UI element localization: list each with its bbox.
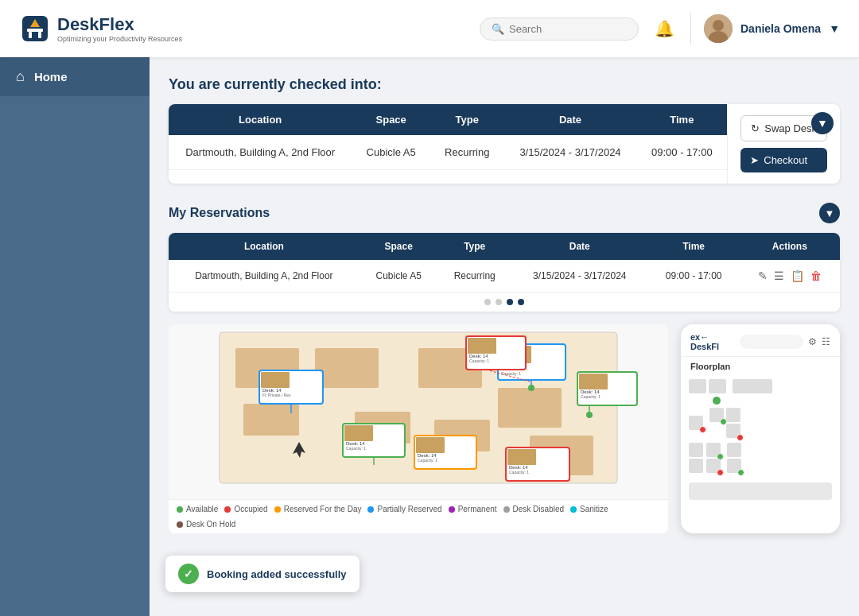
desk-cell [689,416,703,430]
legend-dot-onhold [177,521,183,528]
mobile-row-2 [689,408,832,438]
edit-icon[interactable]: ✎ [758,269,768,282]
legend-partially: Partially Reserved [367,505,441,513]
res-col-location: Location [169,233,360,260]
desk-cell [706,459,721,473]
notification-bell[interactable]: 🔔 [655,19,674,38]
checkout-icon: ➤ [750,154,759,166]
mobile-desk-group-2 [689,416,703,430]
app-subtitle: Optimizing your Productivity Resources [57,35,182,43]
checkin-section-title: You are currently checked into: [169,76,840,93]
checkout-button[interactable]: ➤ Checkout [740,148,827,172]
mobile-logo: ex← DeskFl [690,332,740,351]
desk-cell [709,379,726,393]
desk-occupied-dot [737,434,744,441]
svg-rect-49 [507,449,536,465]
res-col-time: Time [648,233,740,260]
svg-point-22 [528,385,534,391]
delete-icon[interactable]: 🗑 [810,269,822,282]
search-input[interactable] [509,23,627,35]
legend-label-reserved: Reserved For the Day [284,505,362,513]
sidebar-item-home[interactable]: ⌂ Home [0,57,150,96]
res-cell-location: Dartmouth, Building A, 2nd Floor [169,260,360,292]
mobile-desk-group-1 [689,379,726,393]
avatar [704,14,733,43]
res-col-type: Type [438,233,511,260]
cell-space: Cubicle A5 [352,135,430,170]
top-navigation: DeskFlex Optimizing your Productivity Re… [0,0,859,57]
bottom-area: Desk: 70 Capacity: 1 Desk: 14 Capacity: … [169,324,840,533]
deskflex-logo-icon [19,13,51,45]
svg-rect-3 [38,32,41,38]
legend-permanent: Permanent [449,505,497,513]
col-header-date: Date [504,104,637,135]
reservations-header: My Reservations ▼ [169,203,840,223]
mobile-desk-group-4 [689,443,703,473]
swap-label: Swap Desk [764,122,817,134]
checkin-table-area: Location Space Type Date Time Dartmouth,… [169,104,727,184]
svg-text:Capacity: 1: Capacity: 1 [509,470,529,475]
svg-text:Fl: Private / Res: Fl: Private / Res [262,393,291,397]
mobile-desk-group-6 [727,443,741,473]
chevron-down-icon[interactable]: ▼ [829,22,840,35]
logo: DeskFlex Optimizing your Productivity Re… [19,13,182,45]
legend-dot-reserved [274,506,281,513]
mobile-right-group-1 [733,379,772,393]
action-icons-group: ✎ ☰ 📋 🗑 [749,269,830,282]
mobile-settings-icon[interactable]: ⚙ [808,336,817,347]
col-header-time: Time [636,104,727,135]
desk-available-dot [737,469,744,476]
svg-text:Capacity: 1: Capacity: 1 [469,358,489,363]
col-header-location: Location [169,104,352,135]
legend-label-sanitize: Sanitize [580,505,608,513]
nav-divider [690,13,691,45]
svg-rect-40 [344,425,373,441]
res-col-date: Date [511,233,648,260]
desk-available-indicator [713,397,721,405]
main-content: You are currently checked into: Location… [150,57,859,616]
search-box[interactable]: 🔍 [480,17,639,41]
legend-label-available: Available [186,505,218,513]
checkin-card: Location Space Type Date Time Dartmouth,… [169,104,840,184]
checkin-table-row: Dartmouth, Building A, 2nd Floor Cubicle… [169,135,727,170]
res-cell-actions: ✎ ☰ 📋 🗑 [740,260,840,292]
col-header-type: Type [430,104,504,135]
checkin-layout: Location Space Type Date Time Dartmouth,… [169,104,840,184]
copy-icon[interactable]: 📋 [791,269,804,282]
svg-rect-2 [29,32,32,38]
svg-rect-10 [315,348,379,388]
sidebar-item-label: Home [34,70,68,83]
res-cell-type: Recurring [438,260,511,292]
res-col-actions: Actions [740,233,840,260]
legend-dot-sanitize [570,506,577,513]
desk-cell [689,443,703,457]
mobile-row-1 [689,379,832,393]
mobile-grid-icon[interactable]: ☷ [822,336,830,347]
checkin-expand-button[interactable]: ▼ [811,112,834,134]
user-menu[interactable]: Daniela Omena ▼ [704,14,840,43]
desk-cell [689,379,706,393]
list-icon[interactable]: ☰ [774,269,784,282]
col-header-space: Space [352,104,430,135]
desk-cell [706,443,721,457]
floorplan-legend: Available Occupied Reserved For the Day … [169,499,668,533]
res-col-space: Space [360,233,438,260]
desk-cell [726,424,740,438]
mobile-header-actions: ⚙ ☷ [740,335,830,349]
legend-label-partially: Partially Reserved [377,505,441,513]
res-cell-time: 09:00 - 17:00 [648,260,740,292]
floorplan-container: Desk: 70 Capacity: 1 Desk: 14 Capacity: … [169,324,668,533]
mobile-desk-group-5 [706,443,721,473]
legend-onhold: Desk On Hold [177,520,235,529]
legend-occupied: Occupied [224,505,267,513]
reservations-expand-button[interactable]: ▼ [819,203,840,223]
desk-occupied-dot [699,426,706,433]
scroll-dot-4 [518,299,524,305]
floorplan-svg[interactable]: Desk: 70 Capacity: 1 Desk: 14 Capacity: … [169,324,668,499]
search-icon: 🔍 [492,23,504,35]
cell-date: 3/15/2024 - 3/17/2024 [504,135,637,170]
user-name: Daniela Omena [740,22,821,35]
mobile-desk-group-3 [709,408,740,438]
checkin-table: Location Space Type Date Time Dartmouth,… [169,104,727,170]
svg-rect-1 [27,29,43,32]
